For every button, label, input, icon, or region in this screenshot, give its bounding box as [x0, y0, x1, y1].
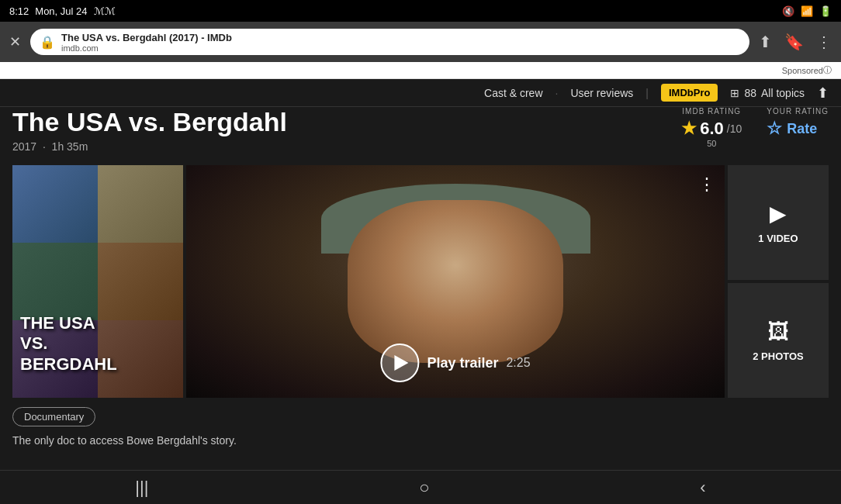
rate-label: Rate: [787, 121, 817, 137]
poster-cell-4: [98, 243, 183, 320]
play-trailer-button[interactable]: Play trailer 2:25: [380, 343, 530, 382]
poster-cell-1: [12, 165, 98, 243]
imdb-rating-label: IMDb RATING: [681, 107, 742, 116]
address-bar-text: The USA vs. Bergdahl (2017) - IMDb imdb.…: [61, 32, 740, 53]
user-reviews-link[interactable]: User reviews: [570, 87, 633, 99]
rate-button[interactable]: ☆ Rate: [767, 119, 829, 139]
poster-title-line2: VS.: [20, 333, 117, 354]
your-rating-label: YOUR RATING: [767, 107, 829, 116]
movie-duration: 1h 35m: [52, 140, 88, 153]
imdbpro-button[interactable]: IMDbPro: [661, 84, 718, 102]
star-icon: ★: [681, 119, 697, 139]
sponsored-info-icon: ⓘ: [823, 64, 832, 76]
movie-meta: 2017 · 1h 35m: [12, 140, 681, 153]
poster-cell-2: [98, 165, 183, 243]
bookmark-button[interactable]: 🔖: [784, 33, 804, 51]
sponsored-label: Sponsored: [782, 66, 823, 75]
mute-icon: 🔇: [782, 5, 794, 17]
share-button[interactable]: ⬆: [759, 33, 772, 51]
imdb-rating-value: ★ 6.0 /10: [681, 119, 742, 139]
nav-menu-button[interactable]: |||: [135, 478, 148, 498]
rating-section: IMDb RATING ★ 6.0 /10 50 YOUR RATING ☆ R…: [681, 107, 829, 159]
play-circle: [380, 343, 419, 382]
your-rating-block: YOUR RATING ☆ Rate: [767, 107, 829, 139]
movie-title: The USA vs. Bergdahl: [12, 107, 681, 137]
video-face: [348, 200, 563, 363]
side-panel: ▶ 1 VIDEO 🖼 2 PHOTOS: [728, 165, 829, 398]
browser-actions: ⬆ 🔖 ⋮: [759, 33, 832, 51]
all-topics-button[interactable]: ⊞ 88 All topics: [730, 87, 805, 99]
main-video[interactable]: ⋮ Play trailer 2:25: [186, 165, 725, 398]
poster-title-line3: BERGDAHL: [20, 354, 117, 375]
mm-icon: ℳℳ: [94, 5, 116, 17]
status-left: 8:12 Mon, Jul 24 ℳℳ: [9, 5, 116, 17]
poster-overlay-text: THE USA VS. BERGDAHL: [20, 313, 117, 375]
imdb-nav: Cast & crew · User reviews | IMDbPro ⊞ 8…: [0, 79, 841, 107]
movie-year: 2017: [12, 140, 36, 153]
more-menu-button[interactable]: ⋮: [816, 33, 832, 51]
poster-cell-3: [12, 243, 98, 320]
play-label: Play trailer: [427, 355, 498, 371]
sponsored-bar: Sponsored ⓘ: [0, 62, 841, 79]
page-url: imdb.com: [61, 43, 740, 53]
play-duration: 2:25: [506, 356, 530, 370]
movie-text-info: The USA vs. Bergdahl 2017 · 1h 35m: [12, 107, 681, 159]
imdb-rating-block: IMDb RATING ★ 6.0 /10 50: [681, 107, 742, 148]
address-bar[interactable]: 🔒 The USA vs. Bergdahl (2017) - IMDb imd…: [30, 29, 749, 55]
date-display: Mon, Jul 24: [35, 5, 87, 17]
star-outline-icon: ☆: [767, 119, 782, 139]
lock-icon: 🔒: [40, 35, 55, 50]
poster-title-line1: THE USA: [20, 313, 117, 333]
close-button[interactable]: ✕: [9, 33, 21, 50]
photos-panel-label: 2 PHOTOS: [753, 350, 804, 362]
nav-separator-1: ·: [555, 87, 559, 99]
browser-chrome: ✕ 🔒 The USA vs. Bergdahl (2017) - IMDb i…: [0, 22, 841, 62]
genre-tag[interactable]: Documentary: [12, 407, 95, 426]
bottom-nav: ||| ○ ‹: [0, 470, 841, 504]
all-topics-count: 88: [744, 87, 756, 99]
wifi-icon: 📶: [801, 5, 813, 17]
page-title: The USA vs. Bergdahl (2017) - IMDb: [61, 32, 740, 43]
battery-icon: 🔋: [819, 5, 832, 17]
all-topics-label: All topics: [761, 87, 805, 99]
time-display: 8:12: [9, 5, 29, 17]
movie-description: The only doc to access Bowe Bergdahl's s…: [12, 433, 829, 449]
cast-crew-link[interactable]: Cast & crew: [484, 87, 542, 99]
rating-denom: /10: [727, 123, 742, 135]
video-panel-item[interactable]: ▶ 1 VIDEO: [728, 165, 829, 280]
all-topics-grid-icon: ⊞: [730, 87, 739, 99]
movie-poster[interactable]: THE USA VS. BERGDAHL: [12, 165, 183, 398]
media-area: THE USA VS. BERGDAHL ⋮ Play trailer 2:25…: [12, 165, 829, 398]
status-bar: 8:12 Mon, Jul 24 ℳℳ 🔇 📶 🔋: [0, 0, 841, 22]
photos-panel-item[interactable]: 🖼 2 PHOTOS: [728, 283, 829, 398]
nav-separator-2: |: [645, 87, 649, 99]
nav-back-button[interactable]: ‹: [700, 478, 705, 498]
play-triangle-icon: [394, 355, 408, 371]
share-icon-nav[interactable]: ⬆: [817, 85, 829, 102]
bottom-section: Documentary The only doc to access Bowe …: [0, 398, 841, 452]
rating-number: 6.0: [700, 119, 724, 139]
rating-count: 50: [681, 139, 742, 148]
nav-home-button[interactable]: ○: [419, 478, 429, 498]
video-panel-icon: ▶: [770, 201, 787, 226]
video-more-options[interactable]: ⋮: [698, 174, 715, 195]
video-panel-label: 1 VIDEO: [758, 233, 798, 244]
status-right: 🔇 📶 🔋: [782, 5, 832, 17]
movie-info-section: The USA vs. Bergdahl 2017 · 1h 35m IMDb …: [0, 107, 841, 165]
photos-panel-icon: 🖼: [767, 319, 789, 344]
